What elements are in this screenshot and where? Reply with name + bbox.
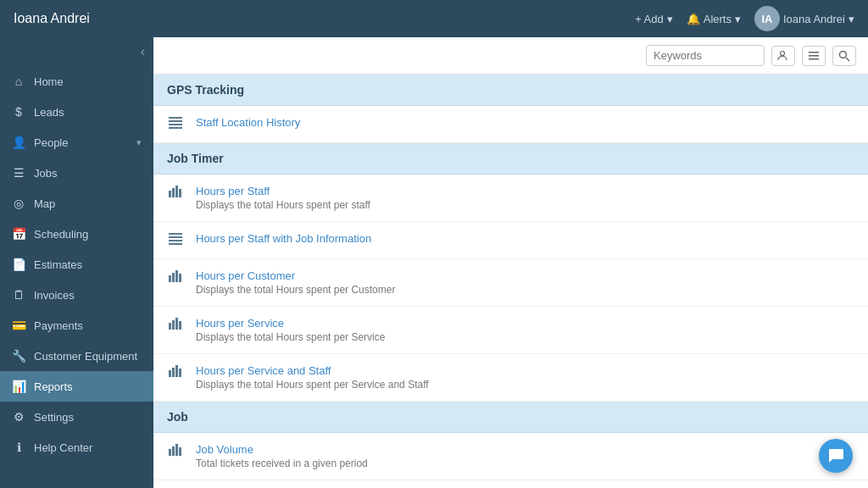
- hours-per-service-link[interactable]: Hours per Service: [196, 317, 284, 330]
- sidebar-collapse-area: ‹: [0, 37, 153, 66]
- payments-icon: 💳: [12, 319, 25, 332]
- svg-rect-9: [169, 127, 182, 129]
- list-item[interactable]: Staff Location History: [153, 106, 868, 143]
- scheduling-icon: 📅: [12, 227, 25, 241]
- job-section: Job Job Volume Total tickets received in…: [153, 402, 868, 488]
- svg-rect-26: [169, 370, 171, 377]
- sidebar-item-settings[interactable]: ⚙ Settings: [0, 402, 153, 432]
- report-item-desc: Total tickets received in a given period: [196, 458, 368, 469]
- svg-rect-17: [169, 243, 182, 245]
- sidebar-item-home[interactable]: ⌂ Home: [0, 66, 153, 97]
- layout: ‹ ⌂ Home $ Leads 👤 People ▾ ☰ Jobs ◎ Map…: [0, 37, 868, 488]
- invoices-icon: 🗒: [12, 288, 25, 302]
- alerts-button[interactable]: 🔔 Alerts ▾: [687, 13, 741, 25]
- svg-rect-30: [169, 449, 171, 456]
- report-item-content: Hours per Service Displays the total Hou…: [196, 317, 385, 343]
- sidebar-item-label: Settings: [34, 411, 74, 424]
- svg-rect-7: [169, 120, 182, 122]
- staff-location-history-link[interactable]: Staff Location History: [196, 116, 300, 129]
- sidebar-item-label: Scheduling: [34, 228, 88, 241]
- sidebar-item-people[interactable]: 👤 People ▾: [0, 127, 153, 158]
- chat-bubble-button[interactable]: [819, 439, 853, 473]
- list-item[interactable]: Hours per Customer Displays the total Ho…: [153, 259, 868, 307]
- svg-rect-10: [169, 191, 171, 197]
- report-item-desc: Displays the total Hours spent per staff: [196, 199, 370, 211]
- report-item-desc: Displays the total Hours spent per Servi…: [196, 379, 429, 391]
- job-timer-section: Job Timer Hours per Staff Displays the t…: [153, 143, 868, 402]
- person-search-icon-button[interactable]: [771, 46, 795, 66]
- svg-rect-29: [179, 369, 181, 377]
- list-item[interactable]: Hours per Staff with Job Information: [153, 222, 868, 259]
- list-item[interactable]: Unconverted to Job Leads Displays leads …: [153, 480, 868, 488]
- sidebar-item-label: Estimates: [34, 258, 82, 271]
- svg-rect-33: [179, 447, 181, 456]
- list-item[interactable]: Job Volume Total tickets received in a g…: [153, 433, 868, 480]
- settings-icon: ⚙: [12, 410, 25, 424]
- svg-rect-15: [169, 236, 182, 238]
- sidebar-item-help-center[interactable]: ℹ Help Center: [0, 432, 153, 463]
- svg-rect-3: [809, 58, 819, 60]
- map-icon: ◎: [12, 197, 25, 210]
- sidebar-item-label: Jobs: [34, 167, 57, 180]
- sidebar-item-map[interactable]: ◎ Map: [0, 188, 153, 219]
- sidebar-item-label: Reports: [34, 380, 73, 393]
- svg-line-5: [846, 58, 849, 61]
- sidebar-item-label: People: [34, 136, 68, 149]
- report-item-desc: Displays the total Hours spent per Servi…: [196, 331, 385, 343]
- list-view-button[interactable]: [802, 46, 826, 66]
- hours-per-staff-job-info-link[interactable]: Hours per Staff with Job Information: [196, 232, 371, 245]
- report-item-content: Staff Location History: [196, 116, 300, 129]
- svg-rect-28: [175, 365, 178, 377]
- sidebar-item-customer-equipment[interactable]: 🔧 Customer Equipment: [0, 341, 153, 371]
- sidebar-item-reports[interactable]: 📊 Reports: [0, 371, 153, 402]
- user-menu-button[interactable]: IA Ioana Andrei ▾: [754, 6, 854, 31]
- search-button[interactable]: [832, 46, 856, 66]
- svg-point-0: [781, 51, 785, 55]
- sidebar-item-leads[interactable]: $ Leads: [0, 97, 153, 127]
- svg-rect-32: [175, 444, 178, 456]
- svg-rect-24: [175, 318, 178, 330]
- svg-rect-23: [172, 320, 175, 330]
- hours-per-service-staff-link[interactable]: Hours per Service and Staff: [196, 364, 331, 377]
- svg-rect-25: [179, 321, 181, 330]
- list-item[interactable]: Hours per Service Displays the total Hou…: [153, 307, 868, 354]
- sidebar-item-jobs[interactable]: ☰ Jobs: [0, 158, 153, 188]
- user-chevron-icon: ▾: [849, 13, 854, 25]
- home-icon: ⌂: [12, 75, 25, 88]
- list-item[interactable]: Hours per Staff Displays the total Hours…: [153, 175, 868, 222]
- report-item-content: Hours per Customer Displays the total Ho…: [196, 269, 395, 296]
- topbar-title: Ioana Andrei: [14, 11, 90, 26]
- svg-rect-1: [809, 52, 819, 53]
- main-content: GPS Tracking Staff Location History Job …: [153, 37, 868, 488]
- svg-rect-14: [169, 233, 182, 235]
- add-chevron-icon: ▾: [667, 13, 673, 25]
- gps-tracking-section: GPS Tracking Staff Location History: [153, 75, 868, 143]
- search-input[interactable]: [646, 45, 765, 66]
- svg-rect-2: [809, 55, 819, 57]
- list-icon: [167, 233, 184, 248]
- sidebar-collapse-button[interactable]: ‹: [141, 44, 145, 59]
- sidebar-item-scheduling[interactable]: 📅 Scheduling: [0, 219, 153, 249]
- bell-icon: 🔔: [687, 13, 700, 25]
- report-item-content: Hours per Staff Displays the total Hours…: [196, 185, 370, 211]
- job-volume-link[interactable]: Job Volume: [196, 443, 253, 456]
- svg-rect-16: [169, 240, 182, 241]
- report-item-content: Hours per Staff with Job Information: [196, 232, 371, 245]
- sidebar-item-payments[interactable]: 💳 Payments: [0, 310, 153, 341]
- hours-per-staff-link[interactable]: Hours per Staff: [196, 185, 270, 197]
- reports-content: GPS Tracking Staff Location History Job …: [153, 75, 868, 488]
- list-item[interactable]: Hours per Service and Staff Displays the…: [153, 354, 868, 402]
- svg-rect-6: [169, 117, 182, 119]
- hours-per-customer-link[interactable]: Hours per Customer: [196, 269, 295, 282]
- sidebar-item-invoices[interactable]: 🗒 Invoices: [0, 280, 153, 310]
- search-icon: [838, 50, 850, 62]
- alerts-label: Alerts: [704, 13, 732, 25]
- add-button[interactable]: + Add ▾: [635, 13, 673, 25]
- svg-rect-22: [169, 323, 171, 330]
- sidebar-item-label: Leads: [34, 106, 64, 119]
- sidebar-item-estimates[interactable]: 📄 Estimates: [0, 249, 153, 280]
- sidebar-item-label: Map: [34, 197, 55, 210]
- report-item-content: Job Volume Total tickets received in a g…: [196, 443, 368, 469]
- wrench-icon: 🔧: [12, 349, 25, 363]
- person-search-icon: [777, 50, 789, 62]
